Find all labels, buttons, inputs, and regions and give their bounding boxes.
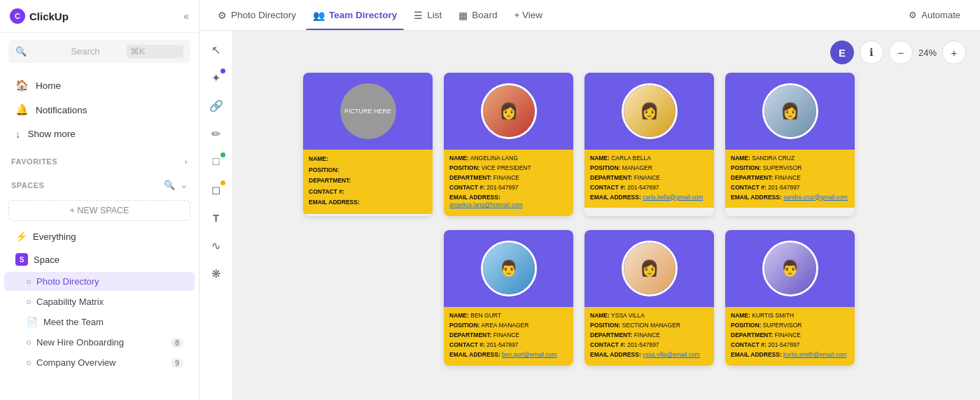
card-contact-3: CONTACT #: 201-547897: [449, 341, 568, 350]
card-department-3: DEPARTMENT: FINANCE: [449, 331, 568, 340]
add-view-label: + View: [514, 10, 542, 20]
canvas-controls: E ℹ − 24% +: [830, 41, 966, 64]
card-name-3: NAME: BEN GURT: [449, 312, 568, 320]
card-photo-2: 👩: [725, 73, 855, 150]
card-email-0: EMAIL ADDRESS: angelica.lang@hotmail.com: [449, 194, 568, 210]
card-info-0: NAME: ANGELINA LANG POSITION: VICE PRESI…: [444, 150, 573, 216]
space-label: Space: [34, 255, 59, 265]
sidebar-item-new-hire-onboarding[interactable]: New Hire Onboarding 8: [4, 333, 195, 352]
doc-icon: 📄: [27, 317, 38, 327]
card-photo-4: 👩: [584, 230, 714, 307]
cursor-icon: ↖: [211, 43, 220, 57]
search-placeholder: Search: [71, 46, 120, 57]
avatar-img-5: 👨: [764, 243, 816, 294]
card-name-2: NAME: SANDRA CRUZ: [731, 155, 849, 163]
tool-cursor[interactable]: ↖: [204, 38, 228, 62]
sidebar-item-home[interactable]: 🏠 Home: [4, 73, 195, 97]
team-dir-icon: 👥: [313, 10, 325, 21]
collapse-button[interactable]: «: [183, 10, 189, 22]
tool-sticky[interactable]: ◻: [204, 178, 228, 201]
tool-graph[interactable]: ❋: [204, 262, 228, 285]
card-contact-4: CONTACT #: 201-547897: [590, 341, 708, 350]
search-shortcut: ⌘K: [127, 45, 183, 58]
tool-rectangle[interactable]: □: [204, 150, 228, 173]
avatar-label: E: [839, 47, 846, 59]
user-avatar-button[interactable]: E: [830, 41, 854, 64]
tool-pen[interactable]: ∿: [204, 234, 228, 257]
card-department-2: DEPARTMENT: FINANCE: [731, 174, 849, 183]
tool-dot-purple: [220, 69, 225, 73]
sidebar: C ClickUp « 🔍 Search ⌘K 🏠 Home 🔔 Notific…: [0, 0, 200, 400]
avatar-img-4: 👩: [624, 243, 676, 294]
avatar-ben: 👨: [481, 241, 537, 297]
card-info-5: NAME: KURTIS SMITH POSITION: SUPERVISOR …: [725, 307, 855, 365]
info-icon: ℹ: [869, 46, 874, 59]
card-yssa-villa: 👩 NAME: YSSA VILLA POSITION: SECTION MAN…: [584, 230, 714, 365]
card-name-4: NAME: YSSA VILLA: [590, 312, 708, 320]
zoom-out-button[interactable]: −: [889, 41, 913, 64]
tool-dot-yellow: [220, 180, 225, 185]
tab-photo-directory[interactable]: ⚙ Photo Directory: [211, 0, 303, 30]
template-name: NAME:: [309, 155, 427, 164]
capability-matrix-label: Capability Matrix: [36, 297, 104, 307]
template-email: EMAIL ADDRESS:: [309, 198, 427, 208]
spaces-label: SPACES: [11, 181, 44, 190]
list-icon: ☰: [414, 10, 423, 21]
template-department: DEPARTMENT:: [309, 176, 427, 186]
sidebar-item-show-more[interactable]: ↓ Show more: [4, 122, 195, 145]
tool-text[interactable]: T: [204, 206, 228, 229]
favorites-chevron[interactable]: ›: [185, 157, 188, 166]
zoom-in-button[interactable]: +: [942, 41, 966, 64]
card-photo-1: 👩: [584, 73, 714, 150]
card-department-1: DEPARTMENT: FINANCE: [590, 174, 708, 183]
tool-magic[interactable]: ✦: [204, 66, 228, 90]
spaces-search-icon[interactable]: 🔍: [164, 180, 176, 190]
spaces-chevron-icon[interactable]: ⌄: [180, 180, 188, 190]
new-space-button[interactable]: + NEW SPACE: [8, 200, 190, 221]
tab-add-view[interactable]: + View: [507, 0, 550, 30]
photo-dir-icon: ⚙: [218, 10, 227, 21]
sidebar-item-everything[interactable]: ⚡ Everything: [4, 226, 195, 247]
card-position-5: POSITION: SUPERVISOR: [731, 322, 849, 330]
favorites-section-header: FAVORITES ›: [0, 152, 199, 171]
everything-label: Everything: [33, 231, 76, 242]
card-contact-5: CONTACT #: 201-547897: [731, 341, 849, 350]
sidebar-item-show-more-label: Show more: [28, 129, 76, 139]
avatar-kurtis: 👨: [762, 241, 818, 297]
canvas-area: ↖ ✦ 🔗 ✏ □ ◻ T ∿: [200, 31, 980, 400]
search-bar[interactable]: 🔍 Search ⌘K: [8, 40, 190, 63]
card-angelina-lang: 👩 NAME: ANGELINA LANG POSITION: VICE PRE…: [444, 73, 573, 216]
automate-button[interactable]: ⚙ Automate: [900, 6, 969, 24]
tab-team-directory[interactable]: 👥 Team Directory: [306, 0, 404, 30]
info-button[interactable]: ℹ: [860, 41, 883, 64]
tab-board-label: Board: [472, 10, 497, 20]
rectangle-icon: □: [213, 155, 220, 168]
sidebar-item-notifications[interactable]: 🔔 Notifications: [4, 98, 195, 122]
tool-pencil[interactable]: ✏: [204, 122, 228, 145]
sidebar-item-meet-the-team[interactable]: 📄 Meet the Team: [4, 313, 195, 331]
bell-icon: 🔔: [15, 103, 29, 116]
sidebar-item-space[interactable]: S Space: [4, 248, 195, 271]
magic-icon: ✦: [211, 71, 220, 85]
card-position-3: POSITION: AREA MANAGER: [449, 322, 568, 330]
sidebar-item-company-overview[interactable]: Company Overview 9: [4, 353, 195, 372]
sidebar-item-photo-directory[interactable]: Photo Directory: [4, 272, 195, 291]
sidebar-header: C ClickUp «: [0, 0, 199, 33]
canvas-content: PICTURE HERE NAME: POSITION: DEPARTM: [233, 31, 980, 400]
tab-team-directory-label: Team Directory: [329, 10, 397, 20]
photo-directory-label: Photo Directory: [36, 276, 99, 287]
card-ben-gurt: 👨 NAME: BEN GURT POSITION: AREA MANAGER …: [444, 230, 573, 365]
sub-dot-icon: [27, 300, 31, 304]
avatar-img-3: 👨: [483, 243, 535, 294]
sidebar-item-capability-matrix[interactable]: Capability Matrix: [4, 292, 195, 311]
tab-list[interactable]: ☰ List: [407, 0, 449, 30]
avatar-angelina: 👩: [481, 83, 537, 139]
card-info-3: NAME: BEN GURT POSITION: AREA MANAGER DE…: [444, 307, 573, 365]
top-nav: ⚙ Photo Directory 👥 Team Directory ☰ Lis…: [200, 0, 980, 31]
tool-link[interactable]: 🔗: [204, 94, 228, 117]
picture-placeholder: PICTURE HERE: [340, 83, 396, 139]
meet-the-team-label: Meet the Team: [43, 317, 104, 327]
spaces-controls: 🔍 ⌄: [164, 180, 188, 190]
card-kurtis-smith: 👨 NAME: KURTIS SMITH POSITION: SUPERVISO…: [725, 230, 855, 365]
tab-board[interactable]: ▦ Board: [451, 0, 504, 30]
